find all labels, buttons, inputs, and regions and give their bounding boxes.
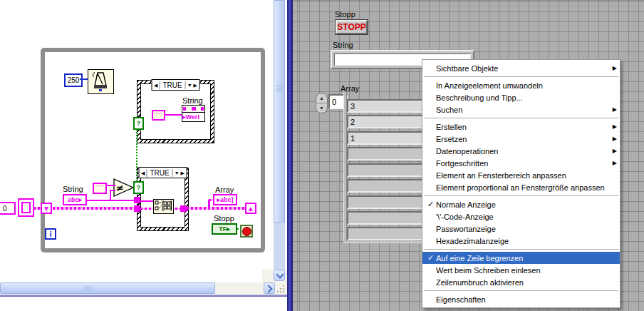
submenu-arrow-icon: ▶ xyxy=(608,160,617,166)
menu-item[interactable]: Element an Fensterbereich anpassen xyxy=(422,169,620,181)
array-element[interactable]: 1 xyxy=(347,131,427,145)
property-node-property[interactable]: ▸Wert xyxy=(182,113,204,121)
menu-item[interactable]: Suchen▶ xyxy=(422,103,620,116)
menu-item[interactable]: Datenoperationen▶ xyxy=(422,145,620,157)
stop-button[interactable]: STOPP xyxy=(336,20,368,34)
case-prev-icon[interactable]: ◀ xyxy=(141,170,145,175)
menu-separator xyxy=(424,118,618,118)
case-2-selector-header[interactable]: ◀ TRUE ▼ ▶ xyxy=(138,167,187,178)
array-element[interactable]: 3 xyxy=(347,99,427,113)
array-element[interactable] xyxy=(347,179,427,193)
menu-item-label: Fortgeschritten xyxy=(436,159,608,168)
menu-item-label: Beschreibung und Tipp... xyxy=(436,93,608,102)
empty-string-element xyxy=(21,202,31,213)
case-next-icon[interactable]: ▶ xyxy=(181,170,185,175)
array-element[interactable] xyxy=(347,227,427,240)
array-frame-bottom xyxy=(343,241,427,243)
string-wire xyxy=(110,190,111,201)
case-selector-label[interactable]: TRUE xyxy=(159,81,185,89)
case-2-selector-terminal[interactable]: ? xyxy=(133,181,144,194)
array-indicator-terminal[interactable]: ▸abc] xyxy=(213,194,237,205)
case-1-selector-header[interactable]: ◀ TRUE ▼ ▶ xyxy=(151,79,200,91)
string-wire xyxy=(110,190,115,191)
block-diagram-canvas[interactable]: 250 ◀ TRUE ▼ ▶ xyxy=(0,0,274,282)
stop-boolean-terminal[interactable]: TF▸ xyxy=(212,223,237,235)
array-element[interactable]: 2 xyxy=(347,115,427,128)
menu-item[interactable]: '\'-Code-Anzeige xyxy=(422,210,620,223)
string-wire xyxy=(107,185,115,186)
build-array-node[interactable] xyxy=(153,199,174,214)
tunnel[interactable] xyxy=(180,205,187,212)
menu-item[interactable]: Eigenschaften xyxy=(422,293,620,305)
not-equal-node[interactable]: ≠ xyxy=(113,178,135,197)
submenu-arrow-icon: ▶ xyxy=(608,123,617,130)
submenu-arrow-icon: ▶ xyxy=(608,136,617,142)
stop-button-label: Stopp xyxy=(335,10,355,19)
chevron-right-icon xyxy=(264,285,272,292)
case-dropdown-icon[interactable]: ▼ xyxy=(175,170,180,175)
array-index-spinner[interactable]: ▲ ▼ xyxy=(316,93,328,113)
checkmark-icon: ✓ xyxy=(425,200,436,209)
case-prev-icon[interactable]: ◀ xyxy=(154,83,157,88)
vertical-scrollbar[interactable] xyxy=(274,0,285,281)
case-1-selector-terminal[interactable]: ? xyxy=(133,117,144,130)
horizontal-scrollbar[interactable] xyxy=(0,282,276,294)
menu-separator xyxy=(424,249,618,250)
property-node[interactable]: ▸Wert xyxy=(182,105,205,122)
case-next-icon[interactable]: ▶ xyxy=(194,83,197,88)
scrollbar-grip-icon xyxy=(85,285,92,291)
array-indicator-label: Array xyxy=(215,185,234,194)
string-control-terminal[interactable]: abc▸ xyxy=(63,194,87,205)
menu-item[interactable]: ✓Normale Anzeige xyxy=(422,198,620,210)
array-constant-index[interactable]: 0 xyxy=(0,202,16,215)
svg-text:≠: ≠ xyxy=(116,183,124,193)
horizontal-scrollbar-thumb[interactable] xyxy=(0,282,215,294)
loop-condition-terminal[interactable] xyxy=(240,225,253,238)
menu-item[interactable]: Hexadezimalanzeige xyxy=(422,235,620,247)
submenu-arrow-icon: ▶ xyxy=(608,148,617,154)
vertical-scrollbar-thumb[interactable] xyxy=(274,0,285,223)
string-constant[interactable]: """" xyxy=(152,110,165,121)
scroll-right-button[interactable] xyxy=(264,282,275,294)
menu-item[interactable]: Sichtbare Objekte▶ xyxy=(422,62,620,74)
menu-item-label: '\'-Code-Anzeige xyxy=(436,213,608,221)
menu-item[interactable]: Wert beim Schreiben einlesen xyxy=(422,264,620,276)
menu-separator xyxy=(424,76,618,77)
spinner-down-icon[interactable]: ▼ xyxy=(316,103,327,113)
case-dropdown-icon[interactable]: ▼ xyxy=(187,83,192,88)
menu-item[interactable]: Element proportional an Fenstergröße anp… xyxy=(422,181,620,193)
menu-item-label: Erstellen xyxy=(436,123,608,131)
shift-register-right[interactable]: ▲ xyxy=(245,203,256,214)
array-constant-element[interactable] xyxy=(18,198,34,217)
menu-separator xyxy=(424,290,618,291)
array-element[interactable] xyxy=(347,147,427,160)
menu-item[interactable]: Passwortanzeige xyxy=(422,223,620,235)
array-element[interactable] xyxy=(347,211,427,225)
wait-ms-multiple-icon[interactable] xyxy=(88,69,114,94)
menu-item-label: Zeilenumbruch aktivieren xyxy=(436,278,608,287)
empty-string-constant[interactable]: """" xyxy=(93,183,107,194)
menu-item[interactable]: Zeilenumbruch aktivieren xyxy=(422,276,620,288)
menu-item-label: In Anzeigeelement umwandeln xyxy=(436,81,608,90)
shift-register-left[interactable]: ▼ xyxy=(41,203,52,214)
menu-item[interactable]: Fortgeschritten▶ xyxy=(422,157,620,169)
chevron-down-icon xyxy=(276,270,284,278)
array-element[interactable] xyxy=(347,195,427,209)
menu-item[interactable]: ✓Auf eine Zeile begrenzen xyxy=(422,252,620,264)
menu-item[interactable]: Beschreibung und Tipp... xyxy=(422,91,620,103)
menu-item[interactable]: Erstellen▶ xyxy=(422,121,620,133)
menu-item-label: Element an Fensterbereich anpassen xyxy=(436,171,608,180)
array-element[interactable] xyxy=(347,163,427,177)
menu-item[interactable]: Ersetzen▶ xyxy=(422,133,620,145)
numeric-constant-250[interactable]: 250 xyxy=(64,73,83,87)
menu-item[interactable]: In Anzeigeelement umwandeln xyxy=(422,79,620,91)
stop-terminal-label: Stopp xyxy=(214,214,234,223)
scroll-down-button[interactable] xyxy=(274,270,285,281)
resize-grip-icon[interactable] xyxy=(277,285,286,293)
spinner-up-icon[interactable]: ▲ xyxy=(316,93,327,103)
context-menu-body: Sichtbare Objekte▶In Anzeigeelement umwa… xyxy=(422,62,620,305)
tunnel[interactable] xyxy=(134,197,140,203)
case-selector-label[interactable]: TRUE xyxy=(146,169,172,177)
tunnel[interactable] xyxy=(134,205,140,212)
iteration-terminal[interactable]: i xyxy=(45,228,56,240)
